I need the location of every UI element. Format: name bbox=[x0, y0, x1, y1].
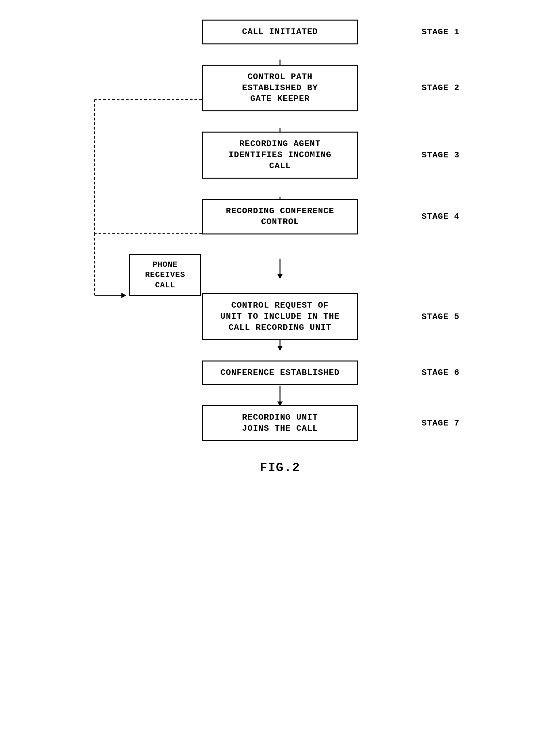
diagram-container: CALL INITIATED STAGE 1 CONTROL PATH ESTA… bbox=[0, 20, 560, 754]
stage3-line2: IDENTIFIES INCOMING bbox=[209, 150, 351, 161]
stage5-box: CONTROL REQUEST OF UNIT TO INCLUDE IN TH… bbox=[202, 293, 358, 340]
stage5-line2: UNIT TO INCLUDE IN THE bbox=[209, 311, 351, 322]
stage3-label: STAGE 3 bbox=[422, 150, 459, 160]
phone-line1: PHONE RECEIVES bbox=[134, 259, 196, 280]
phone-line2: CALL bbox=[134, 280, 196, 290]
stage2-line1: CONTROL PATH bbox=[209, 72, 351, 83]
stage6-box: CONFERENCE ESTABLISHED bbox=[202, 361, 358, 385]
stage5-line3: CALL RECORDING UNIT bbox=[209, 322, 351, 333]
stage7-line1: RECORDING UNIT bbox=[209, 412, 351, 423]
stage2-line2: ESTABLISHED BY bbox=[209, 83, 351, 94]
stage3-box: RECORDING AGENT IDENTIFIES INCOMING CALL bbox=[202, 132, 358, 178]
stage7-label: STAGE 7 bbox=[422, 418, 459, 428]
stage4-label: STAGE 4 bbox=[422, 212, 459, 221]
flow-lines bbox=[0, 20, 560, 754]
stage4-box: RECORDING CONFERENCE CONTROL bbox=[202, 199, 358, 235]
stage1-text: CALL INITIATED bbox=[242, 27, 318, 37]
stage1-box: CALL INITIATED bbox=[202, 20, 358, 44]
stage5-label: STAGE 5 bbox=[422, 312, 459, 322]
stage2-box: CONTROL PATH ESTABLISHED BY GATE KEEPER bbox=[202, 65, 358, 111]
stage3-line3: CALL bbox=[209, 161, 351, 172]
stage7-line2: JOINS THE CALL bbox=[209, 423, 351, 434]
stage6-label: STAGE 6 bbox=[422, 368, 459, 378]
stage5-line1: CONTROL REQUEST OF bbox=[209, 300, 351, 311]
phone-box: PHONE RECEIVES CALL bbox=[129, 254, 201, 296]
stage3-line1: RECORDING AGENT bbox=[209, 138, 351, 150]
svg-marker-15 bbox=[277, 346, 283, 351]
stage4-line2: CONTROL bbox=[209, 216, 351, 228]
stage2-label: STAGE 2 bbox=[422, 83, 459, 93]
stage2-line3: GATE KEEPER bbox=[209, 93, 351, 104]
stage4-line1: RECORDING CONFERENCE bbox=[209, 206, 351, 217]
stage1-label: STAGE 1 bbox=[422, 27, 459, 37]
stage7-box: RECORDING UNIT JOINS THE CALL bbox=[202, 405, 358, 441]
figure-label: FIG.2 bbox=[260, 461, 300, 475]
stage6-line1: CONFERENCE ESTABLISHED bbox=[209, 367, 351, 379]
